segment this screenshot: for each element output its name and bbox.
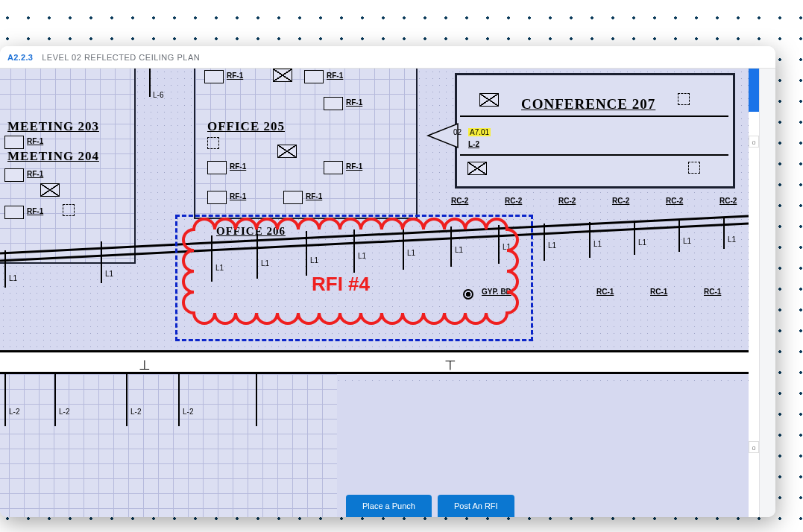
callout-mark: L-2 bbox=[468, 140, 479, 148]
room-label-office-205: OFFICE 205 bbox=[207, 119, 285, 134]
fixture-x-icon bbox=[479, 93, 499, 107]
mark-rf1: RF-1 bbox=[327, 72, 343, 80]
mark-rf1: RF-1 bbox=[27, 170, 43, 178]
mark-l1: L1 bbox=[593, 240, 602, 248]
tick-mark bbox=[149, 69, 151, 97]
mark-rf1: RF-1 bbox=[346, 98, 362, 107]
arrow-callout-icon bbox=[428, 121, 473, 151]
tick-mark bbox=[589, 222, 591, 258]
tick-mark bbox=[126, 374, 127, 426]
dash-box-icon bbox=[678, 93, 690, 105]
i-beam-icon: ⊥ bbox=[139, 357, 151, 373]
tick-mark bbox=[4, 250, 6, 288]
mark-rc2: RC-2 bbox=[612, 197, 629, 205]
line bbox=[460, 154, 728, 156]
fixture-x-icon bbox=[277, 145, 297, 158]
mark-rc1: RC-1 bbox=[596, 288, 614, 296]
side-tab-active[interactable] bbox=[749, 69, 759, 112]
tick-mark bbox=[678, 219, 680, 252]
mark-rf1: RF-1 bbox=[346, 162, 362, 171]
fixture-rf1-icon bbox=[304, 70, 324, 83]
mark-rf1: RF-1 bbox=[306, 192, 322, 200]
mark-rf1: RF-1 bbox=[230, 162, 246, 171]
fixture-rf1-icon bbox=[324, 97, 343, 110]
callout-ref: A7.01 bbox=[468, 128, 491, 136]
action-bar: Place a Punch Post An RFI bbox=[346, 495, 514, 517]
mark-rf1: RF-1 bbox=[27, 137, 43, 145]
fixture-x-icon bbox=[273, 69, 292, 82]
room-label-meeting-203: MEETING 203 bbox=[7, 119, 99, 134]
title-bar: A2.2.3 LEVEL 02 REFLECTED CEILING PLAN bbox=[0, 46, 775, 69]
mark-l1: L1 bbox=[683, 237, 691, 245]
mark-l6: L-6 bbox=[153, 91, 163, 99]
drawing-viewport[interactable]: MEETING 203 MEETING 204 RF-1 RF-1 RF-1 L… bbox=[0, 69, 749, 517]
side-peek-b[interactable]: o bbox=[749, 441, 759, 453]
tick-mark bbox=[178, 374, 180, 426]
lower-grid-area bbox=[0, 374, 337, 517]
room-conference-207: CONFERENCE 207 bbox=[455, 73, 735, 189]
tick-mark bbox=[544, 224, 545, 261]
mark-rc2: RC-2 bbox=[558, 197, 576, 205]
sheet-name: LEVEL 02 REFLECTED CEILING PLAN bbox=[42, 53, 200, 62]
fixture-rf1-icon bbox=[207, 161, 227, 174]
fixture-x-icon bbox=[467, 162, 487, 175]
mark-rf1: RF-1 bbox=[230, 192, 246, 200]
tick-mark bbox=[54, 374, 56, 426]
mark-rc2: RC-2 bbox=[719, 197, 737, 205]
mark-l1: L1 bbox=[638, 238, 646, 247]
app-window: A2.2.3 LEVEL 02 REFLECTED CEILING PLAN o… bbox=[0, 46, 775, 517]
dash-box-icon bbox=[207, 137, 219, 149]
corridor-band: ⊥ ⊥ bbox=[0, 350, 749, 374]
tick-mark bbox=[634, 221, 635, 255]
room-label-meeting-204: MEETING 204 bbox=[7, 149, 99, 164]
fixture-rf1-icon bbox=[204, 70, 224, 83]
fixture-rf1-icon bbox=[207, 191, 227, 204]
i-beam-icon: ⊥ bbox=[444, 357, 456, 373]
post-rfi-button[interactable]: Post An RFI bbox=[438, 495, 514, 517]
mark-rc2: RC-2 bbox=[666, 197, 683, 205]
sheet-code[interactable]: A2.2.3 bbox=[7, 53, 33, 62]
mark-rf1: RF-1 bbox=[227, 72, 243, 80]
side-peek-a[interactable]: o bbox=[749, 136, 759, 148]
mark-l1: L1 bbox=[548, 241, 556, 250]
fixture-rf1-icon bbox=[4, 136, 24, 149]
mark-l2: L-2 bbox=[9, 408, 19, 416]
mark-l1: L1 bbox=[9, 274, 17, 282]
fixture-x-icon bbox=[40, 183, 60, 197]
tick-mark bbox=[4, 374, 6, 426]
dash-box-icon bbox=[688, 162, 700, 174]
mark-l2: L-2 bbox=[59, 408, 69, 416]
mark-l1: L1 bbox=[105, 270, 113, 278]
mark-l1: L1 bbox=[728, 235, 736, 244]
tick-mark bbox=[101, 241, 102, 283]
fixture-rf1-icon bbox=[324, 161, 343, 174]
mark-rc2: RC-2 bbox=[451, 197, 468, 205]
tick-mark bbox=[723, 218, 725, 249]
mark-rc1: RC-1 bbox=[650, 288, 667, 296]
room-label-conference-207: CONFERENCE 207 bbox=[521, 96, 655, 113]
fixture-rf1-icon bbox=[283, 191, 303, 204]
mark-l2: L-2 bbox=[183, 408, 193, 416]
fixture-rf1-icon bbox=[4, 168, 24, 182]
place-punch-button[interactable]: Place a Punch bbox=[346, 495, 432, 517]
callout-level: 02 bbox=[453, 128, 462, 136]
mark-rc2: RC-2 bbox=[505, 197, 522, 205]
rfi-label[interactable]: RFI #4 bbox=[312, 273, 370, 296]
line bbox=[460, 115, 728, 117]
room-office-205: OFFICE 205 RF-1 RF-1 RF-1 RF-1 RF-1 RF-1… bbox=[194, 69, 418, 219]
mark-l2: L-2 bbox=[130, 408, 141, 416]
mark-rc1: RC-1 bbox=[704, 288, 721, 296]
vertical-scrollbar[interactable] bbox=[759, 69, 775, 517]
tick-mark: L-2 L-2 OFFICE 249 RF-1 RF-1 ACT-01 9' -… bbox=[256, 374, 257, 426]
